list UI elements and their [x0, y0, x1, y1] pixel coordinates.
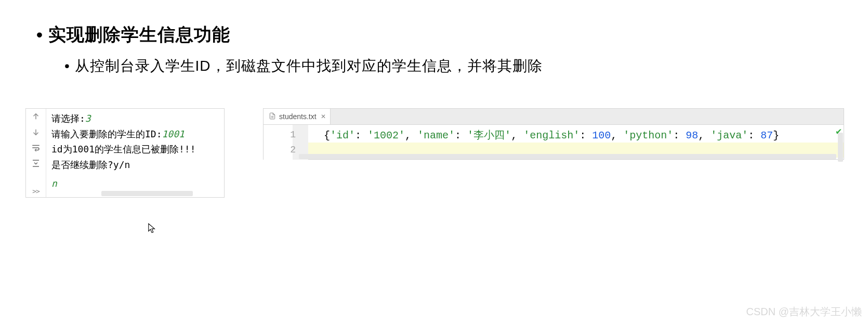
console-panel: >> 请选择:3 请输入要删除的学生的ID:1001 id为1001的学生信息已…	[25, 108, 225, 198]
arrow-up-icon[interactable]	[31, 112, 41, 123]
console-line5: n	[51, 176, 220, 191]
console-gutter: >>	[26, 109, 46, 197]
line-number: 1	[290, 127, 296, 143]
heading-sub: 从控制台录入学生ID，到磁盘文件中找到对应的学生信息，并将其删除	[64, 56, 543, 76]
watermark: CSDN @吉林大学王小懒	[746, 305, 862, 319]
editor-panel: students.txt ✕ 1 2 {'id': '1002', 'name'…	[263, 108, 844, 160]
editor-hscrollbar[interactable]	[299, 154, 836, 159]
line-number: 2	[290, 143, 296, 158]
expand-icon[interactable]: >>	[32, 187, 40, 195]
heading-block: 实现删除学生信息功能 从控制台录入学生ID，到磁盘文件中找到对应的学生信息，并将…	[36, 23, 543, 76]
console-line2-prefix: 请输入要删除的学生的ID:	[51, 128, 162, 139]
console-line1-prefix: 请选择:	[51, 113, 85, 124]
heading-main: 实现删除学生信息功能	[36, 23, 543, 47]
tab-students-txt[interactable]: students.txt ✕	[264, 109, 331, 124]
tab-label: students.txt	[279, 112, 317, 121]
console-line4: 是否继续删除?y/n	[51, 157, 220, 173]
console-line1-input: 3	[85, 113, 91, 124]
scroll-to-end-icon[interactable]	[31, 159, 41, 170]
cursor-icon	[148, 223, 157, 236]
console-line3: id为1001的学生信息已被删除!!!	[51, 141, 220, 157]
wrap-icon[interactable]	[31, 143, 41, 154]
console-line2-input: 1001	[162, 128, 185, 139]
editor-tab-strip: students.txt ✕	[264, 109, 844, 125]
editor-vscrollbar[interactable]	[838, 133, 843, 162]
file-icon	[269, 112, 276, 121]
close-icon[interactable]: ✕	[321, 113, 326, 120]
arrow-down-icon[interactable]	[31, 127, 41, 139]
code-line-1: {'id': '1002', 'name': '李小四', 'english':…	[324, 127, 844, 144]
console-output[interactable]: 请选择:3 请输入要删除的学生的ID:1001 id为1001的学生信息已被删除…	[46, 109, 224, 197]
editor-body[interactable]: 1 2 {'id': '1002', 'name': '李小四', 'engli…	[264, 125, 844, 160]
console-hscrollbar[interactable]	[101, 191, 193, 196]
